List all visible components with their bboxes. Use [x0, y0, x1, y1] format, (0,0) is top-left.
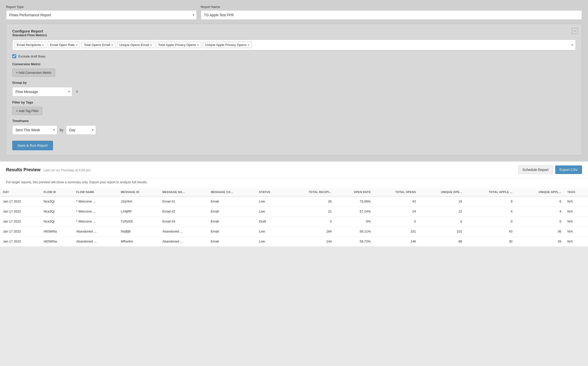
table-cell: N/A — [564, 216, 588, 226]
table-cell: 4 — [516, 206, 564, 216]
report-type-select-wrapper: Flows Performance Report — [6, 10, 197, 20]
configure-title: Configure Report — [12, 29, 43, 33]
results-header: Results Preview Last run on Thursday at … — [0, 162, 588, 178]
table-cell: N/A — [564, 236, 588, 246]
table-cell: 56.11% — [335, 226, 374, 236]
table-cell: Abandoned ... — [160, 236, 208, 246]
table-cell: Jan 17 2022 — [0, 196, 40, 206]
table-cell: Live — [256, 206, 286, 216]
table-cell: Live — [256, 236, 286, 246]
exclude-draft-checkbox[interactable] — [12, 54, 16, 58]
metric-tag-remove-2[interactable]: × — [111, 43, 113, 47]
table-cell: Email #2 — [160, 206, 208, 216]
metric-tag-remove-0[interactable]: × — [42, 43, 44, 47]
metric-tag-0: Email Recipients × — [14, 42, 46, 48]
report-type-select[interactable]: Flows Performance Report — [6, 10, 197, 20]
save-run-button[interactable]: Save & Run Report — [12, 141, 53, 150]
table-cell: * Welcome ... — [73, 196, 118, 206]
table-cell: 24 — [374, 206, 419, 216]
results-actions: Schedule Report Export CSV — [518, 166, 582, 174]
group-by-select[interactable]: Flow Message — [12, 87, 72, 96]
col-total-apple: TOTAL APPLE ... — [465, 188, 516, 196]
col-day: DAY — [0, 188, 40, 196]
by-label: by — [60, 128, 64, 132]
conversion-metric-label: Conversion Metric — [12, 62, 576, 66]
table-cell: Email #1 — [160, 196, 208, 206]
table-cell: Abandoned ... — [73, 236, 118, 246]
table-row: Jan 17 2022Nca3Qj* Welcome ...J2qYkHEmai… — [0, 196, 588, 206]
table-cell: Draft — [256, 216, 286, 226]
table-cell: 86 — [419, 236, 465, 246]
metric-tag-5: Unique Apple Privacy Opens × — [203, 42, 252, 48]
metrics-row: Email Recipients × Email Open Rate × Tot… — [12, 40, 576, 50]
metric-tag-1: Email Open Rate × — [48, 42, 80, 48]
timeframe-label: Timeframe — [12, 119, 576, 123]
table-cell: N/A — [564, 206, 588, 216]
table-cell: Abandoned ... — [160, 226, 208, 236]
metric-tag-remove-1[interactable]: × — [76, 43, 78, 47]
schedule-report-button[interactable]: Schedule Report — [518, 166, 553, 174]
col-open-rate: OPEN RATE — [335, 188, 374, 196]
granularity-select[interactable]: Day — [66, 125, 96, 135]
metric-tag-label-1: Email Open Rate — [50, 43, 75, 47]
table-cell: Jan 17 2022 — [0, 216, 40, 226]
group-by-section: Group by Flow Message × — [12, 81, 576, 96]
col-total-recipients: TOTAL RECIPI... — [286, 188, 335, 196]
report-header-row: Report Type Flows Performance Report Rep… — [6, 5, 582, 20]
metric-tag-3: Unique Opens Email × — [117, 42, 154, 48]
metric-tag-label-2: Total Opens Email — [84, 43, 110, 47]
table-cell: TzRdXE — [118, 216, 160, 226]
table-cell: Live — [256, 196, 286, 206]
table-cell: 0 — [286, 216, 335, 226]
granularity-select-wrapper: Day — [66, 125, 96, 135]
table-cell: 9 — [465, 196, 516, 206]
metric-tag-label-3: Unique Opens Email — [119, 43, 149, 47]
timeframe-select[interactable]: Sent This Week — [12, 125, 57, 135]
timeframe-section: Timeframe Sent This Week by Day — [12, 119, 576, 135]
table-cell: Jan 17 2022 — [0, 226, 40, 236]
table-cell: J2qYkH — [118, 196, 160, 206]
table-cell: H83WNa — [40, 236, 73, 246]
table-cell: Jan 17 2022 — [0, 236, 40, 246]
metrics-dropdown-arrow: ▾ — [572, 43, 573, 47]
metric-tag-remove-3[interactable]: × — [150, 43, 152, 47]
minimize-button[interactable]: − — [572, 28, 578, 34]
table-cell: 0 — [516, 216, 564, 226]
table-cell: 19 — [419, 196, 465, 206]
table-cell: 0% — [335, 216, 374, 226]
configure-panel: Configure Report − Standard Flow Metrics… — [6, 24, 582, 156]
table-cell: * Welcome ... — [73, 216, 118, 226]
add-tag-filter-button[interactable]: + Add Tag Filter — [12, 107, 42, 115]
table-cell: 0 — [374, 216, 419, 226]
metric-tag-remove-5[interactable]: × — [248, 43, 250, 47]
table-cell: 101 — [419, 226, 465, 236]
exclude-draft-label: Exclude draft flows — [18, 54, 46, 58]
results-last-run: Last run on Thursday at 6:04 pm — [44, 168, 90, 172]
col-message-channel: MESSAGE CH... — [208, 188, 256, 196]
report-type-group: Report Type Flows Performance Report — [6, 5, 197, 20]
report-name-input[interactable] — [201, 10, 582, 20]
group-by-select-wrapper: Flow Message — [12, 87, 72, 96]
table-row: Jan 17 2022Nca3Qj* Welcome ...TzRdXEEmai… — [0, 216, 588, 226]
table-cell: Live — [256, 226, 286, 236]
table-cell: 0 — [419, 216, 465, 226]
group-by-row: Flow Message × — [12, 87, 576, 96]
table-cell: 73.08% — [335, 196, 374, 206]
table-body: Jan 17 2022Nca3Qj* Welcome ...J2qYkHEmai… — [0, 196, 588, 246]
table-cell: 21 — [286, 206, 335, 216]
table-row: Jan 17 2022Nca3Qj* Welcome ...LX4jRPEmai… — [0, 206, 588, 216]
timeframe-select-wrapper: Sent This Week — [12, 125, 57, 135]
add-conversion-metric-button[interactable]: + Add Conversion Metric — [12, 68, 55, 77]
table-cell: Email — [208, 236, 256, 246]
table-cell: Email — [208, 216, 256, 226]
table-cell: Nca3Qj — [40, 206, 73, 216]
table-cell: Email — [208, 196, 256, 206]
results-title-group: Results Preview Last run on Thursday at … — [6, 167, 90, 172]
group-by-close-button[interactable]: × — [75, 89, 80, 94]
table-cell: 43 — [465, 226, 516, 236]
table-cell: Mfhw6m — [118, 236, 160, 246]
table-cell: Email #3 — [160, 216, 208, 226]
table-cell: 146 — [374, 236, 419, 246]
export-csv-button[interactable]: Export CSV — [555, 166, 582, 174]
metric-tag-remove-4[interactable]: × — [197, 43, 199, 47]
